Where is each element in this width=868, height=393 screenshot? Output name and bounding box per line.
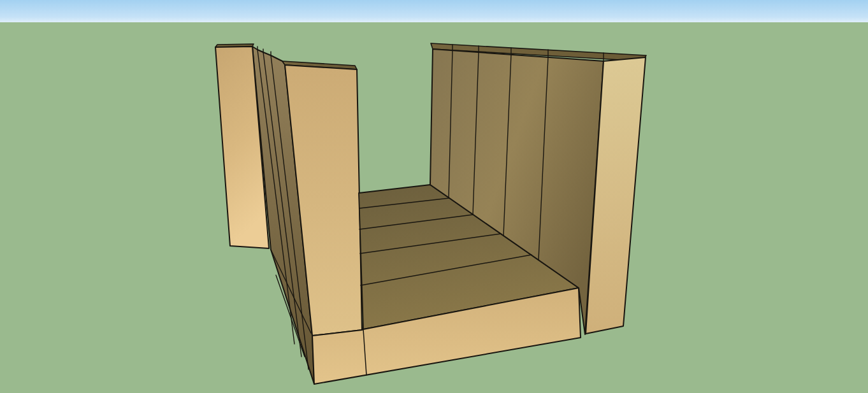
- model-canvas[interactable]: [0, 0, 868, 393]
- sky: [0, 0, 868, 23]
- 3d-viewport[interactable]: [0, 0, 868, 393]
